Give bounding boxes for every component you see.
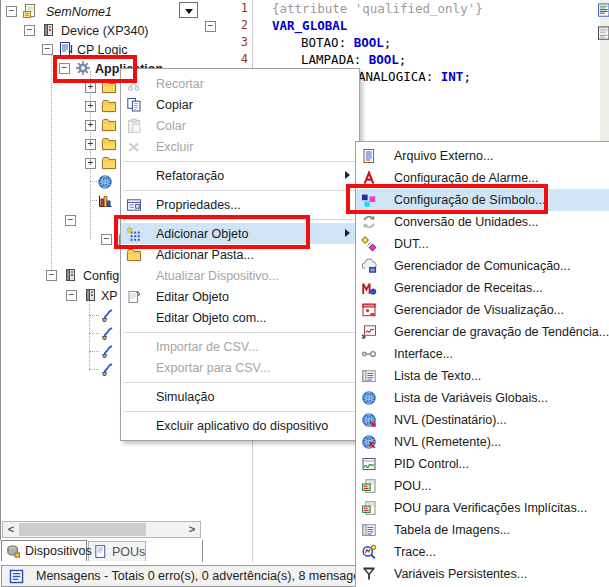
submenu-item-pid-control[interactable]: PID Control... — [356, 453, 609, 475]
scissors-icon — [126, 76, 142, 92]
menu-item-adicionar-pasta[interactable]: Adicionar Pasta... — [121, 244, 359, 265]
submenu-arrow-icon — [345, 229, 350, 237]
expand-icon[interactable] — [85, 120, 96, 131]
expand-icon[interactable] — [85, 101, 96, 112]
tree-item-cp-logic[interactable]: CP Logic — [1, 40, 201, 59]
code-fold-icon[interactable] — [205, 21, 216, 32]
submenu-item-interface[interactable]: Interface... — [356, 343, 609, 365]
menu-separator — [123, 332, 357, 333]
submenu-item-gerenciador-receitas[interactable]: Gerenciador de Receitas... — [356, 277, 609, 299]
submenu-item-lista-variaveis-globais[interactable]: Lista de Variáveis Globais... — [356, 387, 609, 409]
implementation-view-icon[interactable] — [598, 26, 609, 41]
submenu-item-nvl-destinatario[interactable]: NVL (Destinatário)... — [356, 409, 609, 431]
submenu-item-gravacao-tendencia[interactable]: Gerenciar de gravação de Tendência... — [356, 321, 609, 343]
menu-item-refatoracao[interactable]: Refatoração — [121, 165, 359, 186]
collapse-icon[interactable] — [6, 6, 17, 17]
submenu-item-conversao-unidades[interactable]: Conversão de Unidades... — [356, 211, 609, 233]
tree-item-label: CP Logic — [77, 43, 128, 57]
menu-item-atualizar-dispositivo: Atualizar Dispositivo... — [121, 265, 359, 286]
menu-separator — [123, 382, 357, 383]
add-object-submenu: Arquivo Externo... Configuração de Alarm… — [355, 141, 609, 587]
paste-icon — [126, 118, 142, 134]
collapse-icon[interactable] — [24, 25, 35, 36]
submenu-item-gerenciador-visualizacao[interactable]: Gerenciador de Visualização... — [356, 299, 609, 321]
menu-item-editar-objeto[interactable]: Editar Objeto — [121, 286, 359, 307]
submenu-item-lista-texto[interactable]: Lista de Texto... — [356, 365, 609, 387]
collapse-icon[interactable] — [42, 44, 53, 55]
submenu-item-nvl-remetente[interactable]: NVL (Remetente)... — [356, 431, 609, 453]
tab-label: Dispositivos — [25, 544, 92, 558]
alarm-config-icon — [361, 170, 377, 186]
edit-object-icon — [126, 289, 142, 305]
logic-document-icon — [58, 41, 74, 57]
submenu-item-trace[interactable]: Trace... — [356, 541, 609, 563]
menu-item-propriedades[interactable]: Propriedades... — [121, 194, 359, 215]
symbol-config-icon — [361, 192, 377, 208]
submenu-item-pou-verificacoes[interactable]: POU para Verificações Implícitas... — [356, 497, 609, 519]
menu-item-excluir-aplicativo[interactable]: Excluir aplicativo do dispositivo — [121, 415, 359, 436]
project-file-icon — [22, 3, 38, 19]
collapse-icon[interactable] — [65, 215, 76, 226]
trend-recording-icon — [361, 324, 377, 340]
menu-item-copiar[interactable]: Copiar — [121, 94, 359, 115]
submenu-item-variaveis-persistentes[interactable]: Variáveis Persistentes... — [356, 563, 609, 585]
nvl-receiver-icon — [361, 412, 377, 428]
submenu-item-dut[interactable]: DUT... — [356, 233, 609, 255]
image-pool-icon — [361, 522, 377, 538]
submenu-item-arquivo-externo[interactable]: Arquivo Externo... — [356, 145, 609, 167]
scroll-left-icon[interactable]: < — [3, 522, 19, 537]
submenu-item-configuracao-simbolo[interactable]: Configuração de Símbolo... — [356, 189, 609, 211]
folder-icon — [101, 79, 117, 95]
horizontal-scrollbar[interactable]: < > — [2, 521, 201, 538]
external-file-icon — [361, 148, 377, 164]
pou-icon — [361, 478, 377, 494]
folder-icon — [101, 117, 117, 133]
nvl-sender-icon — [361, 434, 377, 450]
menu-item-editar-objeto-com[interactable]: Editar Objeto com... — [121, 307, 359, 328]
scrollbar-thumb[interactable] — [19, 523, 146, 536]
collapse-icon[interactable] — [59, 63, 70, 74]
application-gear-icon — [75, 60, 91, 76]
add-object-icon — [126, 226, 142, 242]
plc-device-icon — [82, 287, 98, 303]
submenu-item-tabela-imagens[interactable]: Tabela de Imagens... — [356, 519, 609, 541]
declaration-view-icon[interactable] — [598, 3, 609, 18]
submenu-arrow-icon — [345, 171, 350, 179]
code-line: LAMPADA: BOOL; — [301, 52, 406, 69]
collapse-icon[interactable] — [66, 290, 77, 301]
submenu-item-pou[interactable]: POU... — [356, 475, 609, 497]
code-line: {attribute 'qualified_only'} — [272, 1, 483, 18]
expand-icon[interactable] — [85, 158, 96, 169]
collapse-icon[interactable] — [101, 234, 112, 245]
context-menu: Recortar Copiar Colar Excluir Refatoraçã… — [120, 68, 360, 441]
folder-icon — [126, 247, 142, 263]
tree-item-device[interactable]: Device (XP340) — [1, 21, 201, 40]
scroll-right-icon[interactable]: > — [184, 522, 200, 537]
expand-icon[interactable] — [85, 139, 96, 150]
plc-device-icon — [62, 267, 78, 283]
code-line: VAR_GLOBAL — [272, 18, 347, 35]
tree-item-project[interactable]: SemNome1 — [1, 2, 201, 21]
tab-pous[interactable]: POUs — [88, 541, 146, 561]
menu-item-recortar: Recortar — [121, 73, 359, 94]
tab-dispositivos[interactable]: Dispositivos — [1, 540, 87, 561]
menu-item-importar-csv: Importar de CSV... — [121, 336, 359, 357]
globe-icon — [97, 174, 113, 190]
submenu-item-gerenciador-comunicacao[interactable]: Gerenciador de Comunicação... — [356, 255, 609, 277]
menu-separator — [123, 219, 357, 220]
menu-separator — [123, 411, 357, 412]
menu-item-simulacao[interactable]: Simulação — [121, 386, 359, 407]
tab-label: POUs — [112, 545, 145, 559]
menu-item-exportar-csv: Exportar para CSV... — [121, 357, 359, 378]
submenu-item-configuracao-alarme[interactable]: Configuração de Alarme... — [356, 167, 609, 189]
tree-item-label: SemNome1 — [46, 5, 112, 19]
cable-icon — [100, 343, 116, 359]
dut-icon — [361, 236, 377, 252]
tree-item-label: Device (XP340) — [61, 24, 149, 38]
tree-dropdown-button[interactable] — [179, 2, 198, 18]
expand-icon[interactable] — [85, 82, 96, 93]
menu-item-adicionar-objeto[interactable]: Adicionar Objeto — [121, 223, 359, 244]
line-number: 1 — [204, 1, 248, 15]
line-number: 3 — [204, 35, 248, 49]
collapse-icon[interactable] — [46, 270, 57, 281]
